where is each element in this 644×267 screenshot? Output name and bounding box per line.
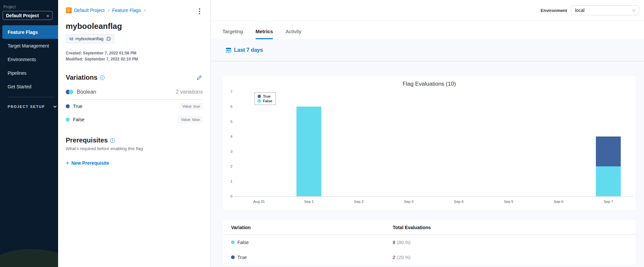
sidebar-item-pipelines[interactable]: Pipelines	[0, 66, 58, 80]
sidebar-decoration	[0, 249, 58, 267]
sidebar-item-get-started[interactable]: Get Started	[0, 80, 58, 93]
info-icon[interactable]: i	[110, 138, 115, 143]
y-axis-tick: 6	[223, 105, 232, 109]
prerequisites-heading: Prerequisites	[66, 136, 108, 144]
x-axis-label: Sep 3	[384, 200, 434, 204]
row-name: False	[237, 240, 249, 245]
tab-metrics[interactable]: Metrics	[256, 29, 273, 39]
copy-icon[interactable]	[107, 37, 111, 41]
new-prerequisite-label: New Prerequisite	[71, 160, 109, 166]
y-axis-tick: 5	[223, 120, 232, 124]
date-filter-bar: Last 7 days	[211, 39, 644, 61]
variation-type-row: Boolean 2 variations	[66, 89, 203, 95]
prerequisites-description: What's required before enabling this fla…	[66, 146, 203, 151]
evaluations-table: Variation Total Evaluations False 8(80.%…	[223, 220, 635, 265]
y-axis-tick: 3	[223, 149, 232, 153]
double-chevron-icon: »	[46, 13, 49, 18]
x-axis-label: Sep 7	[584, 200, 633, 204]
edit-variations-button[interactable]	[196, 74, 203, 81]
table-cell-evaluations: 2(20.%)	[393, 254, 627, 260]
legend-true-label: True	[263, 94, 271, 98]
variation-true-dot	[66, 104, 70, 108]
metrics-scroll-area[interactable]: Flag Evaluations (10) True False 0123456…	[211, 61, 644, 267]
variations-header: Variations i	[66, 74, 203, 81]
sidebar-item-feature-flags[interactable]: Feature Flags	[2, 25, 58, 39]
project-setup-label: PROJECT SETUP	[8, 105, 45, 109]
row-name: True	[237, 255, 247, 260]
bar-false-Sep 1	[296, 107, 321, 196]
variation-value-badge: Value: false	[178, 116, 203, 123]
environment-topbar: Environment local	[211, 0, 644, 21]
breadcrumb-link-feature-flags[interactable]: Feature Flags	[112, 8, 141, 13]
x-axis-label: Sep 1	[284, 200, 334, 204]
y-axis-tick: 2	[223, 164, 232, 168]
bar-false-Sep 7	[596, 166, 621, 196]
variation-value-badge: Value: true	[180, 103, 203, 110]
legend-true-dot	[258, 95, 261, 98]
legend-false-dot	[258, 99, 261, 103]
date-range-button[interactable]: Last 7 days	[234, 47, 263, 53]
row-count: 2	[393, 255, 395, 260]
project-setup-toggle[interactable]: PROJECT SETUP	[8, 105, 58, 109]
evaluations-chart: Flag Evaluations (10) True False 0123456…	[223, 76, 635, 210]
prerequisites-header: Prerequisites i	[66, 136, 203, 144]
legend-item-true: True	[258, 94, 272, 98]
chevron-down-icon	[632, 8, 636, 12]
table-cell-evaluations: 8(80.%)	[393, 239, 627, 245]
project-label: Project	[3, 5, 58, 9]
project-selector-value: Default Project	[6, 13, 39, 18]
column-variation: Variation	[231, 225, 393, 230]
chart-title: Flag Evaluations (10)	[223, 81, 635, 87]
boolean-type-icon	[66, 90, 74, 94]
y-axis-tick: 4	[223, 134, 232, 138]
info-icon[interactable]: i	[100, 75, 105, 80]
flag-title: mybooleanflag	[66, 22, 203, 31]
x-axis-label: Sep 4	[434, 200, 484, 204]
calendar-icon	[226, 48, 231, 53]
environment-value: local	[575, 8, 585, 13]
table-cell-variation: True	[231, 255, 393, 260]
variation-type-label: Boolean	[77, 89, 96, 95]
row-count: 8	[393, 240, 395, 245]
sidebar-nav: Feature Flags Target Management Environm…	[0, 25, 58, 93]
sidebar-divider	[7, 97, 54, 97]
y-axis-tick: 7	[223, 90, 232, 94]
row-percent: (80.%)	[397, 240, 411, 245]
variation-count: 2 variations	[176, 89, 203, 95]
x-axis-label: Sep 6	[533, 200, 583, 204]
legend-item-false: False	[258, 99, 272, 103]
environment-select[interactable]: local	[571, 5, 639, 15]
tab-activity[interactable]: Activity	[285, 29, 301, 39]
project-selector[interactable]: Default Project »	[3, 11, 52, 20]
flag-id-text: Id: mybooleanflag	[69, 36, 104, 41]
sidebar: Project Default Project » Feature Flags …	[0, 0, 58, 267]
flag-options-menu-button[interactable]	[198, 7, 201, 15]
flag-id-pill[interactable]: Id: mybooleanflag	[66, 34, 114, 43]
sidebar-item-target-management[interactable]: Target Management	[0, 39, 58, 52]
feature-flags-logo-icon	[66, 7, 72, 13]
variation-name: False	[73, 117, 84, 122]
plus-icon: +	[66, 160, 69, 166]
variation-row-true: True Value: true	[66, 100, 203, 113]
row-false-dot	[231, 240, 235, 244]
environment-label: Environment	[541, 8, 567, 13]
tab-targeting[interactable]: Targeting	[222, 29, 243, 39]
table-cell-variation: False	[231, 240, 393, 245]
variation-row-false: False Value: false	[66, 113, 203, 126]
x-axis-line	[234, 196, 633, 197]
main-content: Environment local Targeting Metrics Acti…	[211, 0, 644, 267]
flag-modified: Modified: September 7, 2022 02:10 PM	[66, 56, 203, 62]
y-axis-tick: 1	[223, 179, 232, 183]
app-window: Project Default Project » Feature Flags …	[0, 0, 644, 267]
chevron-right-icon	[143, 9, 146, 11]
flag-tabs: Targeting Metrics Activity	[211, 21, 644, 39]
breadcrumb-link-project[interactable]: Default Project	[74, 8, 105, 13]
sidebar-item-environments[interactable]: Environments	[0, 52, 58, 66]
variation-name: True	[73, 104, 82, 109]
variation-false-dot	[66, 118, 70, 122]
flag-created: Created: September 7, 2022 01:56 PM	[66, 50, 203, 56]
flag-detail-panel: Default Project Feature Flags mybooleanf…	[58, 0, 211, 267]
new-prerequisite-button[interactable]: + New Prerequisite	[66, 160, 109, 166]
breadcrumb: Default Project Feature Flags	[66, 7, 203, 13]
chart-legend: True False	[255, 92, 276, 105]
